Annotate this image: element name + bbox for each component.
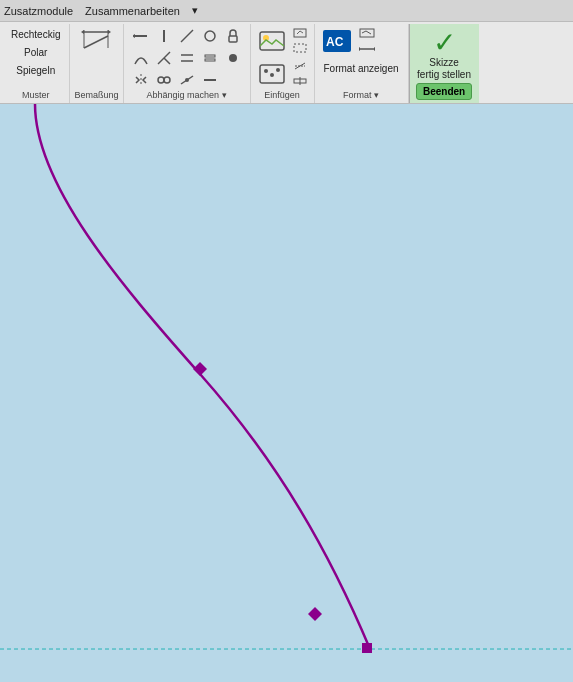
format-extra2[interactable] (356, 42, 378, 56)
merge-icon (156, 72, 172, 88)
svg-marker-7 (133, 34, 135, 38)
svg-point-18 (229, 54, 237, 62)
canvas-area: Rechteckig Polar Spiegeln (0, 104, 573, 674)
constraint-btn-8[interactable] (199, 48, 221, 68)
skizze-group: ✓ Skizze fertig stellen Beenden (409, 24, 479, 103)
circle-constraint-icon (202, 28, 218, 44)
bemassung-group: Bemaßung (70, 24, 123, 103)
collinear-icon (179, 28, 195, 44)
rechteckig-btn[interactable]: Rechteckig (6, 26, 65, 43)
toolbar: Rechteckig Polar Spiegeln Muster (0, 22, 573, 104)
midpoint-icon (179, 72, 195, 88)
svg-line-9 (181, 30, 193, 42)
svg-point-34 (276, 68, 280, 72)
format-extra-icon2 (359, 44, 375, 54)
constraint-btn-lock[interactable] (222, 26, 244, 46)
format-label: Format ▾ (343, 90, 379, 100)
format-group: AC (315, 24, 409, 103)
svg-line-29 (300, 31, 303, 33)
bild-extra-icon2 (293, 43, 307, 53)
svg-rect-27 (294, 29, 306, 37)
constraint-btn-1[interactable] (130, 26, 152, 46)
spiegeln-btn[interactable]: Spiegeln (6, 62, 65, 79)
nav-bar: Zusatzmodule Zusammenarbeiten ▾ (0, 0, 573, 22)
drawing-canvas (0, 104, 573, 674)
punkte-extra-icon1 (293, 61, 307, 71)
svg-rect-25 (260, 32, 284, 50)
punkte-icon (258, 63, 286, 85)
constraint-btn-sym[interactable] (130, 70, 152, 90)
format-extra-icon1 (359, 28, 375, 38)
bild-extra1[interactable] (290, 26, 310, 40)
punkte-extra-icon2 (293, 76, 307, 86)
abhaengig-label: Abhängig machen ▾ (146, 90, 226, 100)
svg-line-28 (297, 31, 300, 34)
constraint-btn-11[interactable] (199, 70, 221, 90)
nav-zusammenarbeiten[interactable]: Zusammenarbeiten (85, 5, 180, 17)
svg-line-5 (84, 36, 108, 48)
svg-rect-30 (294, 44, 306, 52)
skizze-check-icon: ✓ (433, 29, 456, 57)
bild-extra-icon1 (293, 28, 307, 38)
parallel-icon (179, 50, 195, 66)
skizze-label: Skizze fertig stellen (417, 57, 471, 81)
bemassung-icon-btn[interactable] (77, 26, 115, 58)
horizontal2-icon (202, 72, 218, 88)
svg-point-21 (164, 77, 170, 83)
equal-icon (202, 50, 218, 66)
perpendicular-icon (156, 50, 172, 66)
horizontal-icon (133, 28, 149, 44)
constraint-btn-2[interactable] (153, 26, 175, 46)
muster-label: Muster (22, 90, 50, 100)
lock-icon (225, 28, 241, 44)
einfuegen-group: Einfügen (251, 24, 315, 103)
abhaengig-group: Abhängig machen ▾ (124, 24, 251, 103)
beenden-btn[interactable]: Beenden (416, 83, 472, 100)
svg-point-33 (270, 73, 274, 77)
svg-point-32 (264, 69, 268, 73)
einfuegen-label: Einfügen (264, 90, 300, 100)
bild-extra2[interactable] (290, 41, 310, 55)
muster-group: Rechteckig Polar Spiegeln Muster (2, 24, 70, 103)
bemassung-label: Bemaßung (74, 90, 118, 100)
constraint-btn-6[interactable] (153, 48, 175, 68)
bild-icon (258, 30, 286, 52)
acad-icon: AC (322, 29, 352, 53)
svg-point-20 (158, 77, 164, 83)
punkte-extra1[interactable] (290, 59, 310, 73)
vertical-icon (156, 28, 172, 44)
svg-line-13 (164, 58, 170, 64)
constraint-btn-5[interactable] (130, 48, 152, 68)
fix-icon (225, 50, 241, 66)
svg-rect-17 (205, 59, 215, 61)
constraint-btn-merge[interactable] (153, 70, 175, 90)
svg-rect-11 (229, 36, 237, 42)
constraint-btn-9[interactable] (222, 48, 244, 68)
polar-btn[interactable]: Polar (6, 44, 65, 61)
svg-text:AC: AC (326, 35, 344, 49)
nav-zusatzmodule[interactable]: Zusatzmodule (4, 5, 73, 17)
symmetric-icon (133, 72, 149, 88)
svg-rect-16 (205, 55, 215, 57)
svg-marker-46 (374, 47, 375, 51)
svg-point-23 (185, 78, 189, 82)
format-extra1[interactable] (356, 26, 378, 40)
nav-arrow[interactable]: ▾ (192, 4, 198, 17)
end-point (362, 643, 372, 653)
bild-btn[interactable] (255, 28, 289, 54)
punkte-btn[interactable] (255, 61, 289, 87)
svg-rect-47 (0, 104, 573, 674)
acad-btn[interactable]: AC (319, 27, 355, 55)
constraint-btn-3[interactable] (176, 26, 198, 46)
svg-marker-45 (359, 47, 360, 51)
format-anzeigen-btn[interactable]: Format anzeigen (319, 60, 404, 77)
svg-line-43 (366, 31, 371, 34)
bemassung-icon (80, 28, 112, 56)
svg-line-42 (362, 31, 366, 33)
svg-point-10 (205, 31, 215, 41)
constraint-btn-7[interactable] (176, 48, 198, 68)
tangent-icon (133, 50, 149, 66)
punkte-extra2[interactable] (290, 74, 310, 88)
constraint-btn-4[interactable] (199, 26, 221, 46)
constraint-btn-10[interactable] (176, 70, 198, 90)
